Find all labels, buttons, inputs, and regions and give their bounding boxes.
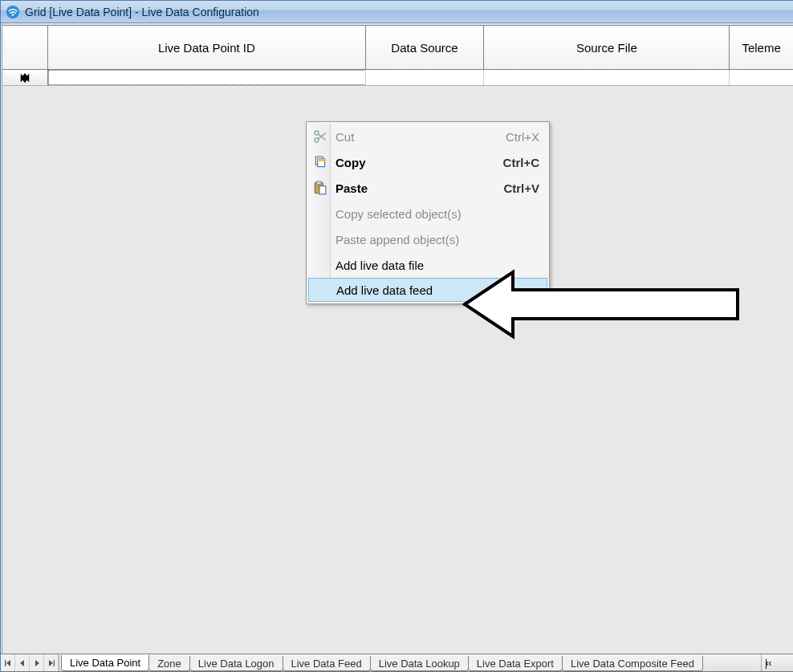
tabstrip-spacer [702, 654, 761, 671]
menu-item-paste[interactable]: Paste Ctrl+V [308, 175, 547, 201]
column-header-telemetry[interactable]: Teleme [730, 26, 793, 69]
cell-source-file[interactable] [484, 70, 730, 85]
tab-nav-buttons [1, 654, 59, 671]
menu-item-add-live-data-file[interactable]: Add live data file [308, 252, 547, 278]
tab-live-data-lookup[interactable]: Live Data Lookup [370, 656, 469, 671]
window-title: Grid [Live Data Point] - Live Data Confi… [25, 6, 259, 18]
tab-label: Live Data Point [70, 657, 140, 669]
column-header-live-data-point-id[interactable]: Live Data Point ID [48, 26, 365, 69]
column-header-data-source[interactable]: Data Source [366, 26, 485, 69]
new-record-row[interactable] [2, 70, 793, 86]
tab-zone[interactable]: Zone [148, 656, 190, 671]
menu-shortcut: Ctrl+X [506, 130, 539, 144]
column-headers-row: Live Data Point ID Data Source Source Fi… [2, 25, 793, 70]
menu-label: Copy selected object(s) [336, 207, 462, 221]
svg-rect-6 [318, 159, 325, 161]
menu-item-copy-selected-objects: Copy selected object(s) [308, 201, 547, 226]
sheet-tabs: Live Data Point Zone Live Data Logon Liv… [59, 654, 702, 671]
context-menu: Cut Ctrl+X Copy Ctrl+C Paste Ctrl+V Copy… [306, 121, 550, 304]
menu-item-paste-append-objects: Paste append object(s) [308, 226, 547, 252]
paste-icon [313, 181, 327, 195]
menu-shortcut: Ctrl+C [503, 156, 539, 169]
svg-rect-8 [317, 181, 322, 184]
menu-label: Cut [336, 130, 354, 144]
tab-label: Live Data Feed [291, 658, 362, 670]
cell-live-data-point-id[interactable] [48, 70, 365, 85]
new-row-indicator[interactable] [2, 70, 48, 85]
data-grid[interactable]: Live Data Point ID Data Source Source Fi… [2, 23, 793, 654]
menu-item-cut: Cut Ctrl+X [308, 124, 547, 149]
copy-icon [313, 155, 327, 169]
menu-label: Copy [336, 156, 366, 169]
tab-live-data-composite-feed[interactable]: Live Data Composite Feed [562, 656, 703, 671]
tab-live-data-point[interactable]: Live Data Point [61, 655, 149, 671]
menu-item-copy[interactable]: Copy Ctrl+C [308, 149, 547, 175]
tab-nav-prev[interactable] [15, 654, 30, 671]
tab-live-data-feed[interactable]: Live Data Feed [283, 656, 371, 671]
tab-live-data-logon[interactable]: Live Data Logon [189, 656, 283, 671]
cell-telemetry[interactable] [730, 70, 793, 85]
cell-data-source[interactable] [366, 70, 485, 85]
svg-rect-10 [5, 660, 6, 666]
tab-label: Live Data Export [477, 658, 554, 670]
row-selector-header[interactable] [2, 26, 48, 69]
tab-overflow-indicator[interactable]: |‹ ‹ [761, 654, 793, 671]
tab-live-data-export[interactable]: Live Data Export [468, 656, 563, 671]
column-header-source-file[interactable]: Source File [484, 26, 730, 69]
titlebar: Grid [Live Data Point] - Live Data Confi… [1, 1, 793, 23]
menu-shortcut: Ctrl+V [503, 181, 539, 195]
overflow-label: |‹ ‹ [765, 658, 770, 669]
tab-nav-first[interactable] [1, 654, 15, 671]
menu-label: Add live data file [336, 259, 424, 272]
tab-nav-last[interactable] [44, 654, 59, 671]
tab-nav-next[interactable] [30, 654, 44, 671]
tab-label: Zone [157, 658, 181, 670]
menu-label: Paste [336, 181, 368, 195]
tab-label: Live Data Composite Feed [571, 658, 694, 670]
menu-label: Add live data feed [336, 283, 433, 297]
wifi-icon [6, 5, 20, 19]
tab-label: Live Data Lookup [379, 658, 460, 670]
svg-point-1 [12, 14, 14, 16]
scissors-icon [313, 129, 327, 144]
svg-rect-11 [53, 660, 54, 666]
menu-label: Paste append object(s) [336, 233, 459, 246]
svg-rect-9 [319, 186, 326, 194]
worksheet-tabstrip: Live Data Point Zone Live Data Logon Liv… [1, 654, 793, 671]
menu-item-add-live-data-feed[interactable]: Add live data feed [308, 278, 547, 302]
app-window: Grid [Live Data Point] - Live Data Confi… [0, 0, 793, 672]
tab-label: Live Data Logon [198, 658, 274, 670]
